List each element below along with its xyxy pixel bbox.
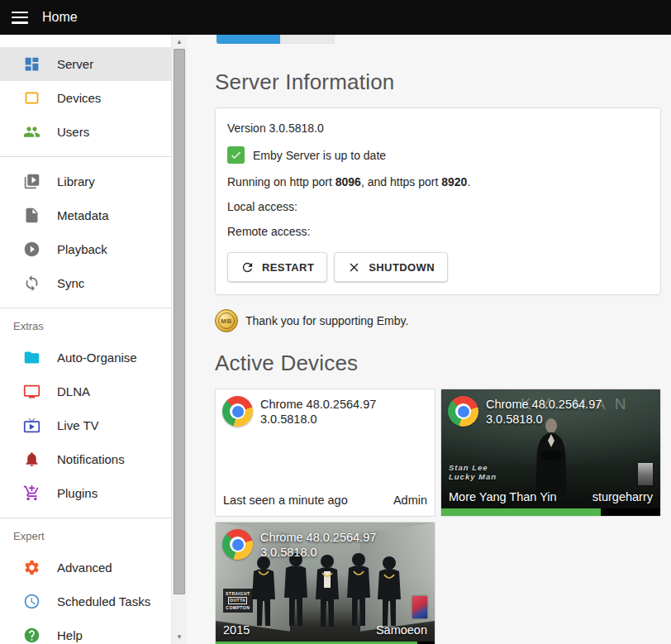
sidebar-divider [0, 518, 171, 518]
http-port: 8096 [336, 175, 361, 188]
supporter-coin-icon: MB [215, 309, 238, 332]
restart-button[interactable]: RESTART [227, 252, 327, 282]
play-circle-icon [23, 241, 40, 258]
sidebar-divider [0, 156, 171, 157]
https-port: 8920 [441, 175, 467, 188]
sidebar: Server Devices Users Library Metadata Pl… [0, 35, 171, 644]
active-devices-heading: Active Devices [215, 351, 671, 376]
device-card-samoeon[interactable]: STRAIGHT OUTTA COMPTON Chrome 48.0.2564.… [215, 522, 435, 644]
remote-access-label: Remote access: [227, 225, 649, 238]
sidebar-item-label: Plugins [57, 486, 98, 500]
scroll-up-icon[interactable]: ▲ [172, 35, 187, 49]
sidebar-item-label: Notifications [57, 452, 125, 466]
supporter-message: Thank you for supporting Emby. [245, 314, 408, 327]
scroll-down-icon[interactable]: ▼ [172, 630, 187, 644]
server-information-heading: Server Information [215, 69, 671, 95]
sidebar-item-label: Sync [57, 276, 84, 290]
video-library-icon [23, 173, 40, 190]
sidebar-item-metadata[interactable]: Metadata [0, 198, 171, 232]
sidebar-item-label: Devices [57, 91, 101, 105]
device-card-sturgeharry[interactable]: KY MAN Stan Lee Lucky Man Chrome 48.0.25… [440, 389, 661, 517]
sidebar-item-users[interactable]: Users [0, 115, 171, 149]
chrome-icon [222, 529, 253, 560]
file-icon [23, 207, 40, 224]
sidebar-item-label: Help [57, 628, 83, 642]
sidebar-item-label: Advanced [57, 561, 112, 575]
device-user: Admin [393, 494, 427, 507]
sidebar-item-label: Live TV [57, 418, 99, 432]
sidebar-scrollbar[interactable]: ▲ ▼ [171, 35, 187, 644]
task-progress-bar [217, 35, 335, 44]
menu-icon[interactable] [12, 12, 28, 24]
device-app-name: Chrome 48.0.2564.97 [486, 397, 602, 412]
main-content: Server Information Version 3.0.5818.0 Em… [187, 35, 671, 644]
gear-icon [23, 559, 40, 576]
device-footer: 2015 Samoeon [223, 623, 427, 637]
cart-plus-icon [23, 484, 40, 502]
clock-icon [23, 593, 40, 610]
lucky-man-logo: Stan Lee Lucky Man [449, 463, 497, 481]
sidebar-item-plugins[interactable]: Plugins [0, 476, 171, 510]
device-card-admin[interactable]: Chrome 48.0.2564.97 3.0.5818.0 Last seen… [215, 389, 435, 517]
device-last-seen: Last seen a minute ago [223, 494, 348, 507]
now-playing-title: 2015 [223, 623, 250, 637]
server-actions: RESTART SHUTDOWN [227, 252, 649, 282]
device-app-version: 3.0.5818.0 [260, 545, 376, 560]
sidebar-item-label: Library [57, 174, 95, 188]
sidebar-item-label: DLNA [57, 384, 90, 398]
now-playing-title: More Yang Than Yin [449, 490, 557, 503]
monitor-icon [23, 383, 40, 400]
top-app-bar: Home [0, 0, 671, 35]
device-header: Chrome 48.0.2564.97 3.0.5818.0 [222, 529, 376, 560]
up-to-date-text: Emby Server is up to date [253, 149, 386, 162]
sync-icon [23, 274, 40, 292]
users-icon [23, 123, 40, 141]
help-circle-icon [23, 627, 40, 644]
figure-silhouette [526, 417, 577, 496]
sidebar-item-label: Users [57, 125, 89, 139]
sidebar-section-expert: Expert [0, 526, 171, 551]
sidebar-item-label: Metadata [57, 208, 109, 222]
sidebar-section-extras: Extras [0, 316, 171, 341]
server-version: Version 3.0.5818.0 [227, 122, 649, 135]
dashboard-icon [23, 55, 40, 73]
sidebar-item-sync[interactable]: Sync [0, 266, 171, 300]
sidebar-item-label: Server [57, 57, 93, 71]
sidebar-item-playback[interactable]: Playback [0, 232, 171, 266]
sidebar-item-label: Playback [57, 242, 107, 256]
sidebar-item-label: Auto-Organise [57, 351, 137, 365]
device-user: sturgeharry [592, 490, 653, 503]
bell-icon [23, 451, 40, 468]
sidebar-item-live-tv[interactable]: Live TV [0, 408, 171, 442]
sidebar-item-notifications[interactable]: Notifications [0, 442, 171, 476]
sidebar-item-label: Scheduled Tasks [57, 594, 150, 608]
device-footer: More Yang Than Yin sturgeharry [449, 490, 653, 503]
device-app-name: Chrome 48.0.2564.97 [260, 530, 376, 545]
sidebar-item-auto-organise[interactable]: Auto-Organise [0, 341, 171, 374]
device-header: Chrome 48.0.2564.97 3.0.5818.0 [448, 396, 602, 427]
playback-progress-bar [441, 508, 660, 516]
device-app-version: 3.0.5818.0 [260, 412, 376, 427]
sidebar-item-help[interactable]: Help [0, 618, 171, 644]
live-tv-icon [23, 417, 40, 434]
active-devices-grid: Chrome 48.0.2564.97 3.0.5818.0 Last seen… [215, 389, 661, 644]
sidebar-item-dlna[interactable]: DLNA [0, 374, 171, 408]
task-progress-fill [217, 35, 280, 44]
check-icon [227, 146, 245, 164]
devices-icon [23, 89, 40, 107]
page-title: Home [42, 10, 78, 25]
shutdown-button[interactable]: SHUTDOWN [334, 252, 448, 282]
sidebar-divider [0, 308, 171, 308]
local-access-label: Local access: [227, 200, 649, 213]
sidebar-item-scheduled-tasks[interactable]: Scheduled Tasks [0, 584, 171, 618]
supporter-row: MB Thank you for supporting Emby. [215, 309, 671, 332]
sidebar-item-library[interactable]: Library [0, 165, 171, 198]
sidebar-item-devices[interactable]: Devices [0, 81, 171, 115]
scrollbar-thumb[interactable] [174, 49, 185, 594]
refresh-icon [240, 260, 255, 274]
chrome-icon [448, 396, 478, 427]
close-icon [347, 260, 361, 274]
sidebar-item-advanced[interactable]: Advanced [0, 551, 171, 584]
sidebar-item-server[interactable]: Server [0, 47, 171, 81]
compton-logo: STRAIGHT OUTTA COMPTON [223, 589, 253, 613]
